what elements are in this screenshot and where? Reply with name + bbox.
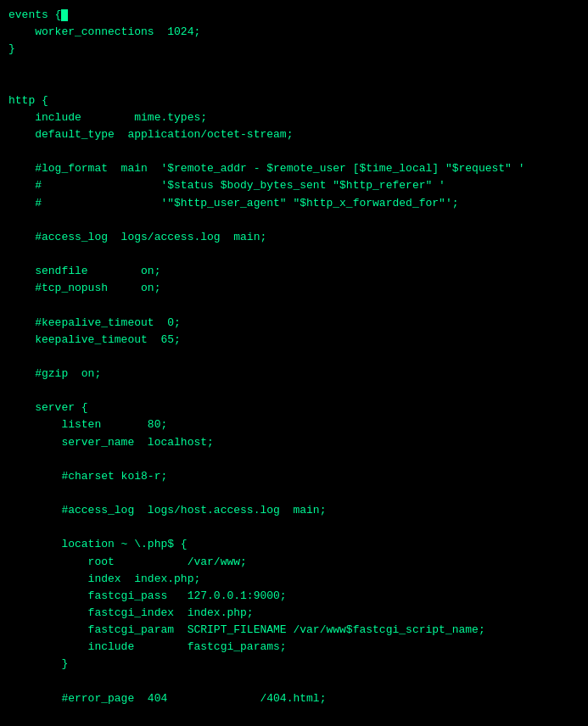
line-events: events { worker_connections 1024; }: [8, 8, 200, 55]
code-editor: events { worker_connections 1024; } http…: [0, 7, 588, 726]
line-http: http { include mime.types; default_type …: [8, 94, 525, 726]
